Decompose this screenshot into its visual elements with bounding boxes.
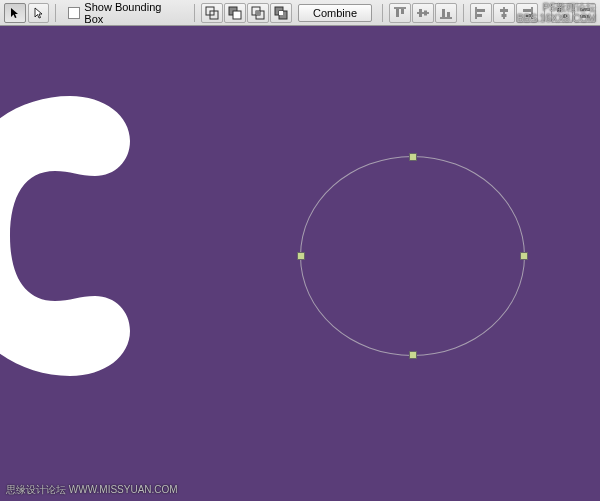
align-left-icon[interactable] [470, 3, 492, 23]
svg-rect-20 [477, 9, 485, 12]
options-toolbar: Show Bounding Box Combine [0, 0, 600, 26]
svg-rect-18 [447, 12, 450, 17]
show-bounding-box-option[interactable]: Show Bounding Box [68, 1, 182, 25]
anchor-handle-right[interactable] [520, 252, 528, 260]
svg-rect-12 [401, 9, 404, 14]
canvas-area[interactable] [0, 26, 600, 501]
align-top-icon[interactable] [389, 3, 411, 23]
separator [382, 4, 383, 22]
svg-rect-15 [424, 10, 427, 15]
watermark-top-right: PS教程论坛 BBS.16XX8.COM [517, 2, 596, 24]
subtract-from-shape-icon[interactable] [224, 3, 246, 23]
exclude-shape-icon[interactable] [270, 3, 292, 23]
anchor-handle-left[interactable] [297, 252, 305, 260]
align-bottom-icon[interactable] [435, 3, 457, 23]
anchor-handle-bottom[interactable] [409, 351, 417, 359]
combine-button[interactable]: Combine [298, 4, 372, 22]
svg-rect-24 [502, 14, 507, 17]
add-to-shape-icon[interactable] [201, 3, 223, 23]
svg-rect-6 [256, 11, 260, 15]
intersect-shape-icon[interactable] [247, 3, 269, 23]
svg-rect-23 [500, 9, 508, 12]
svg-rect-11 [396, 9, 399, 17]
ellipse-selection-path[interactable] [300, 156, 525, 356]
svg-rect-21 [477, 14, 482, 17]
align-group [389, 3, 457, 23]
path-selection-tool[interactable] [4, 3, 26, 23]
path-operations-group [201, 3, 292, 23]
show-bounding-box-label: Show Bounding Box [84, 1, 182, 25]
direct-selection-tool[interactable] [28, 3, 50, 23]
checkbox-icon [68, 7, 80, 19]
svg-rect-9 [279, 11, 283, 15]
watermark-bottom-left: 思缘设计论坛 WWW.MISSYUAN.COM [6, 483, 178, 497]
svg-rect-3 [233, 11, 241, 19]
svg-rect-17 [442, 9, 445, 17]
svg-rect-14 [419, 9, 422, 17]
letter-c-shape [0, 96, 160, 376]
separator [463, 4, 464, 22]
align-hcenter-icon[interactable] [493, 3, 515, 23]
align-vcenter-icon[interactable] [412, 3, 434, 23]
separator [194, 4, 195, 22]
separator [55, 4, 56, 22]
anchor-handle-top[interactable] [409, 153, 417, 161]
